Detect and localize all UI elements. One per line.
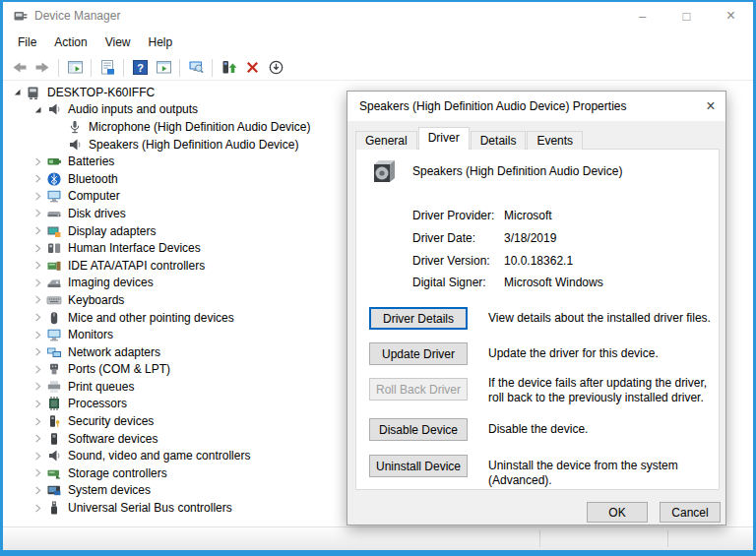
update-driver-button[interactable]: Update Driver <box>369 342 468 365</box>
tree-item-label: Universal Serial Bus controllers <box>68 501 232 515</box>
dialog-tabs: GeneralDriverDetailsEvents <box>355 127 584 150</box>
toolbar-action-pane-button[interactable] <box>152 57 175 79</box>
status-divider <box>539 530 540 547</box>
scan-hardware-icon <box>188 59 205 76</box>
disable-device-button[interactable]: Disable Device <box>369 418 468 441</box>
toolbar-separator <box>91 59 92 77</box>
device-name: Speakers (High Definition Audio Device) <box>412 164 622 178</box>
tab-driver[interactable]: Driver <box>418 127 470 150</box>
chevron-right-icon[interactable] <box>30 190 45 202</box>
cancel-button[interactable]: Cancel <box>660 502 721 523</box>
tree-item-label: Disk drives <box>68 207 126 220</box>
chevron-right-icon[interactable] <box>30 398 45 409</box>
info-value: 3/18/2019 <box>504 231 556 245</box>
update-driver-icon <box>220 59 237 76</box>
speaker-icon <box>45 101 63 117</box>
chevron-down-icon[interactable] <box>30 103 45 115</box>
chevron-right-icon[interactable] <box>30 294 45 306</box>
dialog-close-button[interactable]: × <box>696 92 725 121</box>
info-label: Digital Signer: <box>412 276 486 289</box>
action-description: Uninstall the device from the system (Ad… <box>488 459 719 488</box>
maximize-button[interactable]: □ <box>664 2 709 30</box>
console-tree-icon <box>67 59 84 76</box>
tree-item-label: IDE ATA/ATAPI controllers <box>68 259 205 273</box>
processor-icon <box>45 396 63 411</box>
toolbar-separator <box>123 59 124 77</box>
speaker-3d-icon <box>368 156 400 188</box>
info-label: Driver Version: <box>412 254 490 268</box>
tree-item-label: Processors <box>68 397 127 410</box>
system-icon <box>45 482 63 498</box>
status-bar <box>3 526 753 550</box>
toolbar-uninstall-button[interactable] <box>240 57 264 79</box>
toolbar-properties-button[interactable] <box>95 57 119 79</box>
monitor-icon <box>45 188 63 204</box>
tree-item-label: DESKTOP-K60IFFC <box>47 86 155 99</box>
chevron-right-icon[interactable] <box>30 467 45 479</box>
back-icon <box>11 59 28 76</box>
ok-button[interactable]: OK <box>587 502 648 523</box>
title-bar: Device Manager – □ × <box>3 2 753 30</box>
chevron-down-icon[interactable] <box>9 87 25 98</box>
toolbar-separator <box>179 59 180 77</box>
tree-item-label: Audio inputs and outputs <box>68 102 198 116</box>
chevron-right-icon[interactable] <box>30 363 45 375</box>
toolbar-update-driver-button[interactable] <box>217 57 240 79</box>
printer-icon <box>45 379 63 395</box>
chevron-right-icon[interactable] <box>30 329 45 340</box>
chevron-right-icon[interactable] <box>30 208 45 219</box>
dialog-title: Speakers (High Definition Audio Device) … <box>347 99 626 113</box>
info-value: 10.0.18362.1 <box>504 254 573 268</box>
tab-general[interactable]: General <box>355 131 417 150</box>
toolbar-forward-button[interactable] <box>31 57 54 79</box>
toolbar-disable-button[interactable] <box>264 57 287 79</box>
window-title: Device Manager <box>34 9 120 23</box>
toolbar-back-button[interactable] <box>7 57 31 79</box>
info-value: Microsoft Windows <box>504 276 603 289</box>
info-value: Microsoft <box>504 209 552 222</box>
chevron-right-icon[interactable] <box>30 433 45 445</box>
menu-action[interactable]: Action <box>45 31 95 53</box>
menu-help[interactable]: Help <box>140 31 182 53</box>
chevron-right-icon[interactable] <box>30 346 45 358</box>
toolbar-scan-hardware-button[interactable] <box>184 57 208 79</box>
menu-view[interactable]: View <box>96 31 140 53</box>
svg-text:?: ? <box>137 62 144 74</box>
tree-item-label: Imaging devices <box>68 276 154 289</box>
tree-item-label: Human Interface Devices <box>68 241 201 255</box>
tree-item-label: Storage controllers <box>68 466 167 480</box>
chevron-right-icon[interactable] <box>30 502 45 514</box>
chevron-right-icon[interactable] <box>30 260 45 272</box>
tree-item-label: System devices <box>68 483 151 497</box>
minimize-button[interactable]: – <box>620 2 664 30</box>
driver-details-button[interactable]: Driver Details <box>369 307 468 330</box>
keyboard-icon <box>45 292 63 308</box>
close-button[interactable]: × <box>709 2 753 30</box>
speaker-icon <box>66 137 84 153</box>
driver-tab-page: Speakers (High Definition Audio Device) … <box>355 149 720 490</box>
monitor-icon <box>45 327 63 342</box>
info-label: Driver Date: <box>412 231 475 245</box>
toolbar-console-tree-button[interactable] <box>63 57 87 79</box>
chevron-right-icon[interactable] <box>30 225 45 237</box>
chevron-right-icon[interactable] <box>30 173 45 185</box>
chevron-right-icon[interactable] <box>30 155 45 167</box>
chevron-right-icon[interactable] <box>30 484 45 496</box>
chevron-right-icon[interactable] <box>30 277 45 288</box>
speakers-properties-dialog: Speakers (High Definition Audio Device) … <box>346 91 726 525</box>
action-description: If the device fails after updating the d… <box>488 376 719 405</box>
forward-icon <box>34 59 51 76</box>
chevron-right-icon[interactable] <box>30 381 45 393</box>
chevron-right-icon[interactable] <box>30 242 45 254</box>
chevron-right-icon[interactable] <box>30 312 45 324</box>
tab-events[interactable]: Events <box>527 131 583 150</box>
display-icon <box>45 223 63 239</box>
tab-details[interactable]: Details <box>471 131 527 150</box>
menu-file[interactable]: File <box>9 31 45 53</box>
uninstall-device-button[interactable]: Uninstall Device <box>369 455 468 477</box>
chevron-right-icon[interactable] <box>30 415 45 427</box>
action-description: Update the driver for this device. <box>488 346 719 361</box>
chevron-right-icon[interactable] <box>30 450 45 462</box>
tree-item-label: Software devices <box>68 432 158 446</box>
toolbar-help-button[interactable]: ? <box>128 57 152 79</box>
